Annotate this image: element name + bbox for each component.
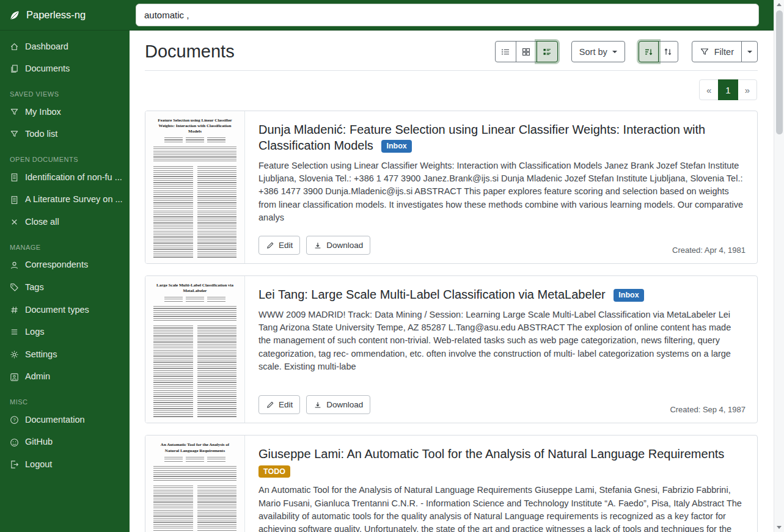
thumbnail-authors [153,137,236,143]
sidebar-item-todo-list[interactable]: Todo list [0,123,130,146]
scrollbar-thumb[interactable] [776,10,783,134]
edit-label: Edit [279,400,293,409]
pagination-next-button[interactable]: » [738,79,757,100]
sort-alpha-icon [663,47,673,57]
download-button[interactable]: Download [306,236,370,255]
app-brand[interactable]: Paperless-ng [0,9,130,21]
sidebar-item-label: Identification of non-fu ... [25,172,122,184]
admin-icon [10,373,19,382]
edit-button[interactable]: Edit [258,395,300,414]
filter-dropdown-button[interactable] [741,41,758,62]
search-input[interactable] [136,4,759,26]
list-view-icon [500,47,510,57]
document-card: Large Scale Multi-Label Classification v… [145,275,758,423]
pagination: « 1 » [145,79,757,100]
sidebar-item-document-types[interactable]: Document types [0,299,130,321]
sidebar-item-open-doc-1[interactable]: Identification of non-fu ... [0,166,130,189]
sidebar-item-label: Documentation [25,414,85,426]
document-thumbnail[interactable]: Large Scale Multi-Label Classification v… [145,276,245,423]
close-icon [10,217,19,227]
thumbnail-authors [153,297,236,302]
app-title: Paperless-ng [26,9,86,21]
document-title-link[interactable]: Dunja Mladenić: Feature Selection using … [258,122,745,154]
edit-label: Edit [279,241,293,250]
scrollbar-up-arrow[interactable] [774,0,784,9]
triangle-down-icon [777,526,782,529]
sidebar-item-admin[interactable]: Admin [0,366,130,388]
document-title: Dunja Mladenić: Feature Selection using … [258,123,705,152]
thumbnail-text [153,306,236,322]
document-thumbnail[interactable]: An Automatic Tool for the Analysis of Na… [145,435,245,532]
chevron-down-icon [612,51,617,53]
sidebar-item-label: Dashboard [25,41,68,53]
download-button[interactable]: Download [306,395,370,414]
sidebar-item-label: Admin [25,371,50,383]
thumbnail-title: Feature Selection using Linear Classifie… [153,118,236,134]
sidebar-item-open-doc-2[interactable]: A Literature Survey on ... [0,189,130,211]
sort-direction-group [639,41,678,62]
sidebar-item-logs[interactable]: Logs [0,321,130,344]
thumbnail-title: An Automatic Tool for the Analysis of Na… [153,442,236,453]
sidebar-section-open-documents: OPEN DOCUMENTS [0,145,130,166]
sidebar-item-github[interactable]: GitHub [0,431,130,454]
sidebar-item-tags[interactable]: Tags [0,277,130,299]
funnel-icon [10,129,19,139]
document-card-body: Dunja Mladenić: Feature Selection using … [245,111,757,263]
document-title-link[interactable]: Giuseppe Lami: An Automatic Tool for the… [258,446,745,462]
view-grid-button[interactable] [516,41,537,62]
sort-alphabetical-button[interactable] [658,41,678,62]
sidebar-item-label: Document types [25,304,89,316]
sidebar-section-saved-views: SAVED VIEWS [0,80,130,101]
page-title: Documents [145,42,235,62]
sidebar-section-manage: MANAGE [0,233,130,254]
tag-badge-inbox[interactable]: Inbox [614,289,643,302]
document-title-link[interactable]: Lei Tang: Large Scale Multi-Label Classi… [258,286,745,302]
details-view-icon [542,47,552,57]
created-date: Created: Apr 4, 1981 [672,246,746,255]
github-icon [10,438,19,447]
document-thumbnail[interactable]: Feature Selection using Linear Classifie… [145,111,245,263]
main-content: Documents Sort by [130,31,774,532]
tag-row: TODO [258,465,745,478]
view-list-button[interactable] [495,41,516,62]
scrollbar[interactable] [774,0,784,532]
sidebar-item-documents[interactable]: Documents [0,58,130,81]
thumbnail-text-columns [153,326,236,417]
view-details-button[interactable] [537,41,558,62]
sidebar-item-settings[interactable]: Settings [0,343,130,366]
scrollbar-down-arrow[interactable] [774,523,784,532]
created-date: Created: Sep 4, 1987 [670,405,746,414]
pagination-page-1-button[interactable]: 1 [718,79,738,100]
download-icon [313,241,322,250]
sidebar-item-label: Logout [25,459,52,471]
edit-button[interactable]: Edit [258,236,300,255]
filter-label: Filter [714,47,734,57]
sidebar-item-documentation[interactable]: ? Documentation [0,409,130,431]
tag-badge-todo[interactable]: TODO [258,465,290,478]
person-icon [10,261,19,270]
sidebar-section-misc: MISC [0,388,130,409]
sidebar-item-correspondents[interactable]: Correspondents [0,254,130,277]
sort-descending-button[interactable] [639,41,659,62]
download-label: Download [326,241,363,250]
svg-text:?: ? [13,417,16,423]
sidebar-item-close-all[interactable]: Close all [0,211,130,233]
house-icon [10,42,19,51]
sidebar-item-dashboard[interactable]: Dashboard [0,35,130,58]
hash-icon [10,305,19,315]
document-card: Feature Selection using Linear Classifie… [145,111,758,264]
download-label: Download [326,400,363,409]
tag-badge-inbox[interactable]: Inbox [381,140,411,153]
thumbnail-authors [153,457,236,462]
sort-by-dropdown[interactable]: Sort by [571,41,625,62]
sidebar-item-label: Correspondents [25,259,88,271]
sidebar-item-my-inbox[interactable]: My Inbox [0,101,130,123]
sidebar-item-label: GitHub [25,436,53,448]
document-excerpt: An Automatic Tool for the Analysis of Na… [258,484,745,532]
grid-view-icon [521,47,531,57]
sidebar-item-logout[interactable]: Logout [0,453,130,476]
pagination-prev-button[interactable]: « [699,79,719,100]
filter-button[interactable]: Filter [692,41,742,62]
top-navbar: Paperless-ng [0,0,774,31]
leaf-logo-icon [9,9,21,21]
